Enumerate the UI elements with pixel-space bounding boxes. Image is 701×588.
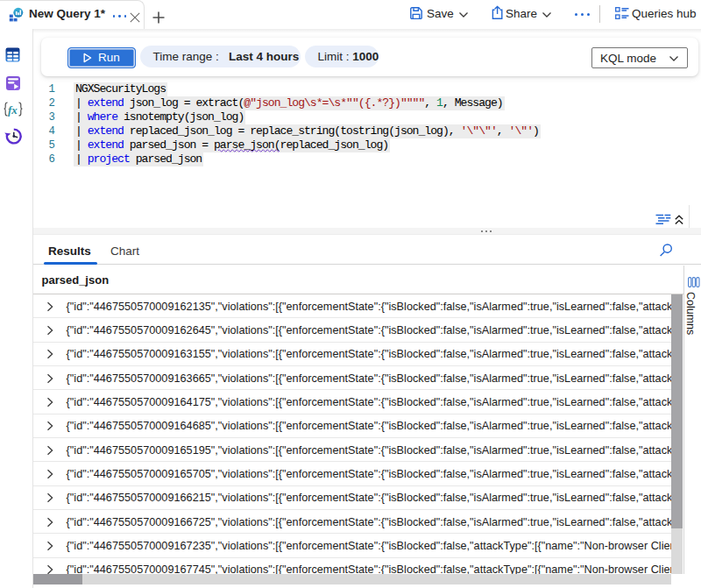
svg-text:fx: fx — [8, 103, 18, 117]
